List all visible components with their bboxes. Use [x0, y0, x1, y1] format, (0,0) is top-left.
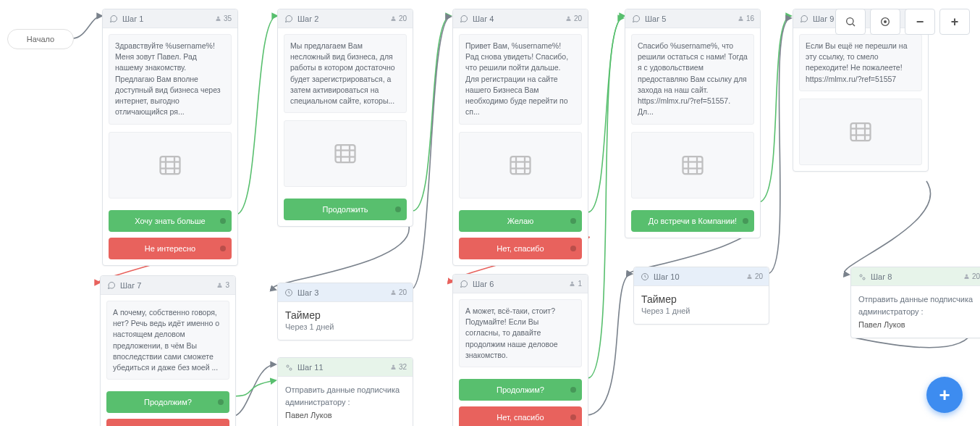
timer-label: Таймер — [634, 286, 769, 306]
step-header: Шаг 1 35 — [103, 9, 237, 28]
center-button[interactable] — [870, 9, 900, 35]
message-text: А почему, собственно говоря, нет? Речь в… — [106, 301, 229, 380]
svg-point-40 — [863, 277, 865, 280]
step-header: Шаг 2 20 — [278, 9, 413, 28]
svg-rect-7 — [336, 145, 355, 162]
toolbar: − + — [835, 9, 970, 35]
chat-icon — [459, 279, 468, 288]
svg-point-34 — [290, 368, 292, 370]
svg-rect-13 — [511, 156, 531, 174]
svg-point-12 — [567, 17, 570, 19]
step-6[interactable]: Шаг 6 1 А может, всё-таки, стоит? Подума… — [452, 274, 588, 426]
svg-rect-25 — [851, 123, 871, 141]
svg-point-18 — [740, 17, 742, 19]
message-text: А может, всё-таки, стоит? Подумайте! Есл… — [459, 299, 582, 367]
message-text: Привет Вам, %username%! Рад снова увидет… — [459, 34, 582, 125]
step-5[interactable]: Шаг 5 16 Спасибо %username%, что решили … — [625, 9, 761, 238]
minus-icon: − — [916, 14, 924, 30]
search-icon — [845, 16, 856, 28]
svg-point-42 — [847, 18, 853, 25]
message-text: Спасибо %username%, что решили остаться … — [631, 34, 754, 125]
gears-icon — [284, 362, 293, 372]
step-header: Шаг 3 20 — [278, 283, 413, 302]
gears-icon — [857, 272, 866, 281]
svg-rect-1 — [161, 156, 180, 174]
message-text: Здравствуйте %username%! Меня зовут Паве… — [109, 34, 232, 125]
step-10[interactable]: Шаг 10 20 Таймер Через 1 дней — [633, 267, 769, 325]
option-button-no-thanks[interactable]: Нет, спасибо — [459, 406, 582, 426]
option-button-no-thanks[interactable]: Нет, спасибо — [106, 419, 229, 426]
admin-name: Павел Луков — [278, 411, 413, 426]
user-icon — [215, 15, 221, 22]
step-header: Шаг 7 3 — [101, 276, 235, 295]
option-button-continue[interactable]: Продолжим? — [106, 391, 229, 413]
search-button[interactable] — [835, 9, 866, 35]
step-header: Шаг 4 20 — [453, 9, 588, 28]
plus-icon: + — [939, 384, 950, 406]
svg-point-30 — [219, 283, 221, 285]
option-button-continue[interactable]: Продолжить — [284, 199, 407, 220]
clock-icon — [284, 288, 293, 297]
svg-point-32 — [392, 291, 394, 293]
target-icon — [879, 16, 891, 28]
zoom-in-button[interactable]: + — [939, 9, 970, 35]
plus-icon: + — [951, 14, 959, 30]
media-placeholder — [459, 132, 582, 199]
svg-line-43 — [853, 24, 855, 26]
timer-label: Таймер — [278, 302, 413, 322]
zoom-out-button[interactable]: − — [905, 9, 935, 35]
step-4[interactable]: Шаг 4 20 Привет Вам, %username%! Рад сно… — [452, 9, 588, 266]
svg-point-41 — [966, 275, 968, 277]
step-1[interactable]: Шаг 1 35 Здравствуйте %username%! Меня з… — [102, 9, 238, 266]
option-button-not-interested[interactable]: Не интересно — [109, 238, 232, 259]
message-text: Мы предлагаем Вам несложный вид бизнеса,… — [284, 34, 407, 113]
clock-icon — [640, 272, 649, 281]
chat-icon — [106, 280, 116, 290]
svg-point-39 — [860, 275, 862, 277]
svg-rect-19 — [683, 156, 703, 174]
add-step-fab[interactable]: + — [926, 377, 963, 413]
option-button-no-thanks[interactable]: Нет, спасибо — [459, 238, 582, 259]
chat-icon — [459, 14, 468, 23]
timer-value: Через 1 дней — [634, 306, 769, 324]
media-placeholder — [631, 132, 754, 199]
media-placeholder — [109, 132, 232, 199]
option-button-know-more[interactable]: Хочу знать больше — [109, 210, 232, 232]
film-icon — [157, 152, 183, 178]
svg-point-0 — [217, 17, 219, 19]
step-8[interactable]: Шаг 8 20 Отправить данные подписчика адм… — [850, 267, 980, 338]
svg-point-33 — [287, 365, 289, 367]
svg-point-45 — [884, 21, 887, 23]
chat-icon — [631, 14, 641, 23]
svg-point-36 — [571, 282, 573, 284]
chat-icon — [799, 14, 808, 23]
step-2[interactable]: Шаг 2 20 Мы предлагаем Вам несложный вид… — [277, 9, 413, 227]
message-text: Если Вы ещё не перешли на эту ссылку, то… — [799, 34, 922, 91]
option-button-continue[interactable]: Продолжим? — [459, 379, 582, 401]
chat-icon — [284, 14, 293, 23]
step-header: Шаг 5 16 — [625, 9, 760, 28]
admin-text: Отправить данные подписчика администрато… — [851, 286, 980, 320]
step-header: Шаг 6 1 — [453, 275, 588, 293]
option-button-want[interactable]: Желаю — [459, 210, 582, 232]
media-placeholder — [284, 120, 407, 187]
step-3[interactable]: Шаг 3 20 Таймер Через 1 дней — [277, 283, 413, 341]
media-placeholder — [799, 99, 922, 165]
option-button-see-you[interactable]: До встречи в Компании! — [631, 210, 754, 232]
step-11[interactable]: Шаг 11 32 Отправить данные подписчика ад… — [277, 357, 413, 426]
svg-point-38 — [748, 275, 751, 277]
timer-value: Через 1 дней — [278, 322, 413, 340]
step-header: Шаг 11 32 — [278, 358, 413, 377]
chat-icon — [109, 14, 118, 23]
svg-point-6 — [392, 17, 394, 19]
start-node[interactable]: Начало — [7, 29, 74, 49]
svg-point-35 — [392, 365, 394, 367]
admin-name: Павел Луков — [851, 320, 980, 338]
step-header: Шаг 8 20 — [851, 267, 980, 286]
admin-text: Отправить данные подписчика администрато… — [278, 377, 413, 411]
step-header: Шаг 10 20 — [634, 267, 769, 286]
step-7[interactable]: Шаг 7 3 А почему, собственно говоря, нет… — [100, 275, 236, 426]
